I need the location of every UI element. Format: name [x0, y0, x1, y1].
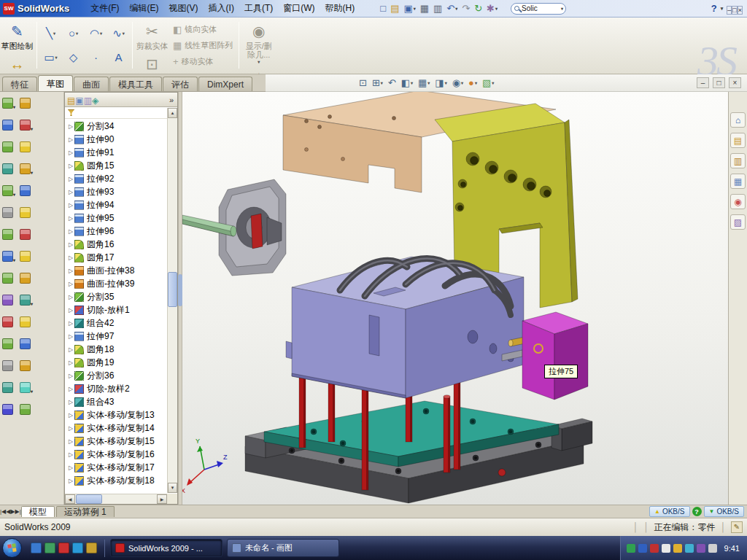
expand-arrow-icon[interactable]: ▷	[67, 136, 74, 143]
command-tab[interactable]: DimXpert	[198, 77, 252, 91]
dropdown-arrow-icon[interactable]: ▾	[414, 4, 416, 14]
options-icon[interactable]: ✱ ▾	[485, 3, 499, 15]
dropdown-arrow-icon[interactable]: ▾	[461, 80, 463, 85]
left-toolbar-button[interactable]: ▾	[20, 98, 36, 109]
left-toolbar-button[interactable]: ▾	[2, 185, 18, 197]
help-icon[interactable]: ?	[711, 3, 717, 14]
study-tab[interactable]: 模型	[21, 506, 55, 517]
tray-icon[interactable]	[662, 544, 670, 553]
apply-scene-icon[interactable]: ▧ ▾	[481, 77, 495, 88]
propertymanager-tab-icon[interactable]: ▣	[75, 96, 83, 106]
left-toolbar-button[interactable]: ▾	[2, 295, 18, 306]
dropdown-arrow-icon[interactable]: ▾	[445, 80, 447, 85]
left-toolbar-button[interactable]: ▾	[20, 120, 36, 131]
expand-arrow-icon[interactable]: ▷	[67, 373, 74, 379]
model-3d-view[interactable]: Y X Z	[182, 92, 728, 505]
flyout-arrow-icon[interactable]: ▾	[13, 192, 15, 197]
left-toolbar-button[interactable]: ▾	[20, 229, 36, 241]
left-toolbar-button[interactable]: ▾	[20, 163, 36, 175]
command-tab[interactable]: 评估	[163, 77, 198, 91]
quick-launch-icon[interactable]	[86, 542, 97, 553]
study-tab[interactable]: 运动算例 1	[56, 506, 115, 517]
dropdown-arrow-icon[interactable]: ▾	[123, 31, 125, 36]
left-toolbar-button[interactable]: ▾	[2, 207, 18, 219]
left-toolbar-button[interactable]: ▾	[20, 338, 36, 350]
save-icon[interactable]: ▣ ▾	[402, 3, 417, 15]
menu-item[interactable]: 视图(V)	[164, 1, 204, 16]
print-preview-icon[interactable]: ▥ ▾	[432, 3, 444, 15]
zoom-fit-icon[interactable]: ⊡ ▾	[357, 77, 368, 88]
ribbon-small-button[interactable]: + 移动实体	[173, 56, 233, 67]
dropdown-arrow-icon[interactable]: ▾	[492, 80, 494, 85]
taskbar-window-button[interactable]: 未命名 - 画图	[227, 539, 339, 557]
expand-arrow-icon[interactable]: ▷	[67, 425, 74, 432]
tree-item[interactable]: ▷ 拉伸90	[66, 133, 166, 146]
left-toolbar-button[interactable]: ▾	[2, 141, 18, 153]
expand-arrow-icon[interactable]: ▷	[67, 333, 74, 340]
ribbon-button[interactable]: ✎ 草图绘制 ▾	[0, 18, 34, 50]
left-toolbar-button[interactable]: ▾	[2, 360, 18, 372]
ribbon-button[interactable]: ✂ 剪裁实体	[135, 18, 169, 50]
dropdown-arrow-icon[interactable]: ▾	[76, 31, 78, 36]
open-icon[interactable]: ▤ ▾	[389, 3, 400, 15]
left-toolbar-button[interactable]: ▾	[2, 273, 18, 284]
expand-arrow-icon[interactable]: ▷	[67, 359, 74, 366]
left-toolbar-button[interactable]: ▾	[2, 382, 18, 394]
search-input[interactable]: Solic	[522, 4, 561, 12]
print-icon[interactable]: ▦ ▾	[419, 3, 430, 15]
zoom-area-icon[interactable]: ⊞ ▾	[371, 77, 384, 88]
tree-item[interactable]: ▷ 拉伸96	[66, 225, 166, 238]
tab-nav-arrow[interactable]: ▶|	[15, 508, 21, 515]
left-toolbar-button[interactable]: ▾	[20, 382, 36, 394]
tree-item[interactable]: ▷ 拉伸91	[66, 146, 166, 159]
sketch-status-icon[interactable]: ✎	[731, 521, 743, 533]
left-toolbar-button[interactable]: ▾	[2, 338, 18, 350]
tree-item[interactable]: ▷ 拉伸97	[66, 330, 166, 343]
taskbar-window-button[interactable]: SolidWorks 2009 - ...	[110, 539, 222, 557]
undo-icon[interactable]: ↶ ▾	[445, 3, 459, 15]
ribbon-small-button[interactable]: ▦ 线性草图阵列	[173, 40, 233, 51]
command-tab[interactable]: 草图	[38, 75, 73, 91]
quick-launch-icon[interactable]	[58, 542, 69, 553]
configurationmanager-tab-icon[interactable]: ▥	[84, 96, 92, 106]
meter-help-icon[interactable]: ?	[692, 507, 702, 516]
expand-arrow-icon[interactable]: ▷	[67, 320, 74, 327]
left-toolbar-button[interactable]: ▾	[20, 273, 36, 284]
tree-item[interactable]: ▷ 实体-移动/复制15	[66, 435, 166, 448]
tree-item[interactable]: ▷ 组合42	[66, 316, 166, 330]
panel-overflow-chevron[interactable]: »	[169, 96, 175, 104]
view-orientation-icon[interactable]: ▦ ▾	[417, 77, 431, 88]
tree-vertical-scrollbar[interactable]: ▲ ▼	[167, 108, 177, 493]
menu-item[interactable]: 帮助(H)	[320, 1, 360, 16]
spline-icon[interactable]: ∿ ▾	[107, 21, 130, 45]
featuremanager-tab-icon[interactable]: ▤	[67, 96, 75, 106]
tree-horizontal-scrollbar[interactable]: ◀ ▶	[65, 494, 167, 504]
display-style-icon[interactable]: ◨ ▾	[433, 77, 448, 88]
scrollbar-thumb[interactable]	[168, 272, 177, 307]
expand-arrow-icon[interactable]: ▷	[67, 281, 74, 287]
scroll-up-arrow[interactable]: ▲	[168, 108, 177, 118]
expand-arrow-icon[interactable]: ▷	[67, 294, 74, 300]
left-toolbar-button[interactable]: ▾	[20, 141, 36, 153]
tree-item[interactable]: ▷ 圆角19	[66, 356, 166, 369]
expand-arrow-icon[interactable]: ▷	[67, 346, 74, 353]
dropdown-arrow-icon[interactable]: ▾	[455, 4, 457, 14]
dropdown-arrow-icon[interactable]: ▾	[100, 31, 102, 36]
custom-properties-icon[interactable]: ▨	[730, 214, 746, 230]
expand-arrow-icon[interactable]: ▷	[67, 268, 74, 274]
expand-arrow-icon[interactable]: ▷	[67, 478, 74, 484]
tray-icon[interactable]	[708, 544, 717, 553]
tree-item[interactable]: ▷ 圆角16	[66, 238, 166, 251]
dropdown-arrow-icon[interactable]: ▾	[475, 80, 477, 85]
expand-arrow-icon[interactable]: ▷	[67, 202, 74, 209]
tree-item[interactable]: ▷ 拉伸94	[66, 198, 166, 211]
restore-button[interactable]: □	[732, 6, 737, 15]
left-toolbar-button[interactable]: ▾	[2, 404, 18, 416]
tray-icon[interactable]	[638, 544, 647, 553]
tray-icon[interactable]	[673, 544, 682, 553]
tree-item[interactable]: ▷ 实体-移动/复制17	[66, 461, 166, 474]
flyout-arrow-icon[interactable]: ▾	[31, 389, 33, 394]
left-toolbar-button[interactable]: ▾	[20, 316, 36, 328]
scroll-right-arrow[interactable]: ▶	[157, 494, 167, 504]
hide-show-items-icon[interactable]: ◉ ▾	[451, 77, 465, 88]
